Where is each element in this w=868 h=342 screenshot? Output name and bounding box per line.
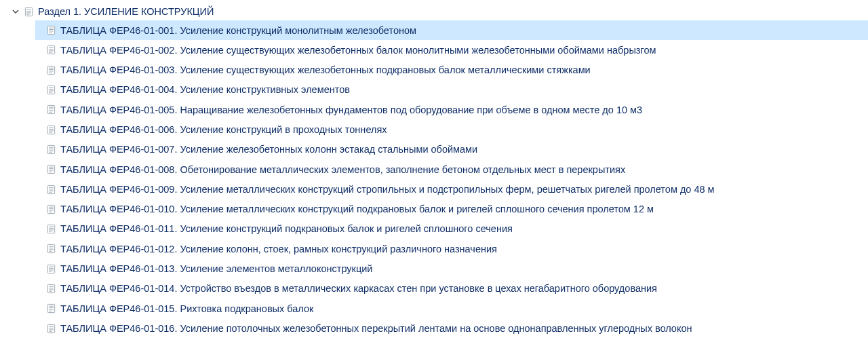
tree-item-label: ТАБЛИЦА ФЕР46-01-011. Усиление конструкц… bbox=[60, 222, 513, 235]
svg-rect-40 bbox=[47, 166, 54, 174]
svg-rect-35 bbox=[47, 145, 54, 153]
document-icon bbox=[45, 284, 56, 294]
tree-item[interactable]: ТАБЛИЦА ФЕР46-01-004. Усиление конструкт… bbox=[35, 80, 868, 100]
tree-view: Раздел 1. УСИЛЕНИЕ КОНСТРУКЦИЙ ТАБЛИЦА Ф… bbox=[0, 0, 868, 339]
tree-item-label: ТАБЛИЦА ФЕР46-01-007. Усиление железобет… bbox=[60, 142, 477, 156]
document-icon bbox=[45, 124, 56, 135]
svg-rect-60 bbox=[47, 245, 54, 253]
document-icon bbox=[45, 323, 56, 334]
svg-rect-50 bbox=[47, 205, 54, 213]
tree-item-label: ТАБЛИЦА ФЕР46-01-005. Наращивание железо… bbox=[60, 103, 642, 117]
document-icon bbox=[45, 25, 56, 36]
document-icon bbox=[45, 184, 56, 195]
document-icon bbox=[45, 144, 56, 155]
tree-item[interactable]: ТАБЛИЦА ФЕР46-01-011. Усиление конструкц… bbox=[35, 219, 868, 239]
tree-item[interactable]: ТАБЛИЦА ФЕР46-01-001. Усиление конструкц… bbox=[35, 20, 868, 40]
tree-item[interactable]: ТАБЛИЦА ФЕР46-01-010. Усиление металличе… bbox=[35, 200, 868, 219]
svg-rect-10 bbox=[47, 46, 54, 54]
document-icon bbox=[45, 244, 56, 254]
tree-item-label: ТАБЛИЦА ФЕР46-01-010. Усиление металличе… bbox=[60, 202, 654, 216]
svg-rect-25 bbox=[47, 106, 54, 114]
tree-item-label: ТАБЛИЦА ФЕР46-01-015. Рихтовка подкранов… bbox=[60, 302, 313, 316]
document-icon bbox=[23, 6, 34, 17]
document-icon bbox=[45, 303, 56, 314]
svg-rect-70 bbox=[47, 284, 54, 292]
document-icon bbox=[45, 204, 56, 214]
svg-rect-55 bbox=[47, 225, 54, 233]
document-icon bbox=[45, 224, 56, 235]
svg-rect-20 bbox=[47, 86, 54, 94]
chevron-down-icon[interactable] bbox=[11, 7, 20, 16]
tree-item[interactable]: ТАБЛИЦА ФЕР46-01-014. Устройство въездов… bbox=[35, 279, 868, 299]
svg-rect-45 bbox=[47, 185, 54, 193]
tree-item[interactable]: ТАБЛИЦА ФЕР46-01-005. Наращивание железо… bbox=[35, 100, 868, 119]
tree-item[interactable]: ТАБЛИЦА ФЕР46-01-013. Усиление элементов… bbox=[35, 259, 868, 279]
tree-item[interactable]: ТАБЛИЦА ФЕР46-01-002. Усиление существую… bbox=[35, 40, 868, 60]
tree-item[interactable]: ТАБЛИЦА ФЕР46-01-015. Рихтовка подкранов… bbox=[35, 299, 868, 318]
tree-item-label: ТАБЛИЦА ФЕР46-01-006. Усиление конструкц… bbox=[60, 123, 387, 136]
tree-item[interactable]: ТАБЛИЦА ФЕР46-01-006. Усиление конструкц… bbox=[35, 119, 868, 139]
tree-item[interactable]: ТАБЛИЦА ФЕР46-01-003. Усиление существую… bbox=[35, 60, 868, 80]
tree-item-label: ТАБЛИЦА ФЕР46-01-009. Усиление металличе… bbox=[60, 183, 715, 196]
document-icon bbox=[45, 64, 56, 75]
document-icon bbox=[45, 104, 56, 115]
svg-rect-80 bbox=[47, 324, 54, 332]
tree-item[interactable]: ТАБЛИЦА ФЕР46-01-009. Усиление металличе… bbox=[35, 179, 868, 199]
tree-item[interactable]: ТАБЛИЦА ФЕР46-01-008. Обетонирование мет… bbox=[35, 159, 868, 179]
tree-item-label: ТАБЛИЦА ФЕР46-01-001. Усиление конструкц… bbox=[60, 24, 416, 37]
document-icon bbox=[45, 164, 56, 175]
document-icon bbox=[45, 263, 56, 274]
tree-item-label: ТАБЛИЦА ФЕР46-01-002. Усиление существую… bbox=[60, 43, 656, 57]
section-label: Раздел 1. УСИЛЕНИЕ КОНСТРУКЦИЙ bbox=[38, 5, 214, 18]
svg-rect-65 bbox=[47, 265, 54, 273]
tree-item[interactable]: ТАБЛИЦА ФЕР46-01-016. Усиление потолочны… bbox=[35, 318, 868, 338]
tree-item-label: ТАБЛИЦА ФЕР46-01-004. Усиление конструкт… bbox=[60, 83, 350, 96]
tree-section-row[interactable]: Раздел 1. УСИЛЕНИЕ КОНСТРУКЦИЙ bbox=[5, 3, 868, 20]
document-icon bbox=[45, 45, 56, 56]
svg-rect-75 bbox=[47, 305, 54, 313]
svg-rect-5 bbox=[47, 26, 54, 35]
svg-rect-15 bbox=[47, 66, 54, 74]
tree-children: ТАБЛИЦА ФЕР46-01-001. Усиление конструкц… bbox=[5, 20, 868, 339]
tree-item[interactable]: ТАБЛИЦА ФЕР46-01-007. Усиление железобет… bbox=[35, 140, 868, 159]
svg-rect-0 bbox=[25, 7, 32, 16]
tree-item-label: ТАБЛИЦА ФЕР46-01-014. Устройство въездов… bbox=[60, 282, 657, 295]
tree-item-label: ТАБЛИЦА ФЕР46-01-013. Усиление элементов… bbox=[60, 262, 372, 276]
tree-item-label: ТАБЛИЦА ФЕР46-01-016. Усиление потолочны… bbox=[60, 322, 692, 335]
svg-rect-30 bbox=[47, 126, 54, 134]
tree-item-label: ТАБЛИЦА ФЕР46-01-008. Обетонирование мет… bbox=[60, 163, 625, 176]
tree-item-label: ТАБЛИЦА ФЕР46-01-003. Усиление существую… bbox=[60, 63, 591, 77]
tree-item[interactable]: ТАБЛИЦА ФЕР46-01-012. Усиление колонн, с… bbox=[35, 239, 868, 259]
document-icon bbox=[45, 85, 56, 96]
tree-item-label: ТАБЛИЦА ФЕР46-01-012. Усиление колонн, с… bbox=[60, 242, 497, 256]
